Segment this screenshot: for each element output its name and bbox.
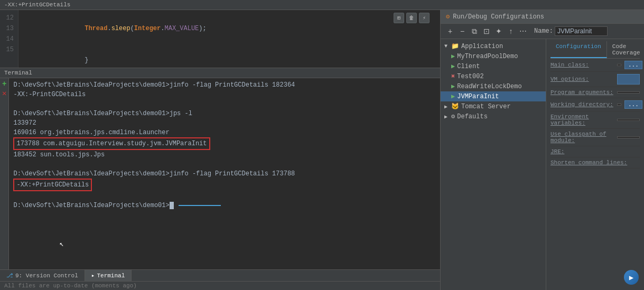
add-config-button[interactable]: +	[445, 26, 455, 36]
main-class-input[interactable]	[617, 64, 621, 66]
tree-item-test002[interactable]: ✖ Test002	[441, 71, 546, 81]
tab-version-control[interactable]: ⎇ 9: Version Control	[0, 270, 85, 281]
working-directory-input[interactable]	[617, 104, 621, 106]
main-class-label[interactable]: Main class:	[550, 62, 614, 68]
tree-item-defaults[interactable]: ▶ ⚙ Defaults	[441, 111, 546, 121]
close-terminal-button[interactable]: ✕	[2, 90, 6, 97]
line-numbers: 12 13 14 15	[0, 10, 18, 68]
tab-terminal[interactable]: ▸ Terminal	[85, 270, 132, 281]
terminal-content[interactable]: D:\devSoft\JetBrains\IdeaProjects\demo01…	[9, 78, 440, 269]
tab-code-coverage-label: Code Coverage	[612, 43, 640, 56]
terminal-line-6: 173788 com.atguigu.Interview.study.jvm.J…	[13, 137, 436, 150]
working-directory-browse-button[interactable]: ...	[624, 100, 642, 109]
bottom-tabs: ⎇ 9: Version Control ▸ Terminal	[0, 269, 440, 281]
terminal-side-buttons: + ✕	[0, 78, 9, 269]
run-icon-1: ▶	[451, 52, 455, 60]
terminal-line-2: -XX:-PrintGCDetails	[13, 90, 436, 99]
config-tree: ▼ 📁 Application ▶ MyThreadPoolDemo ▶ Cli…	[441, 39, 546, 290]
title-text: -XX:+PrintGCDetails	[4, 2, 70, 8]
tree-tomcat-label: Tomcat Server	[461, 103, 511, 110]
tab-terminal-label: Terminal	[97, 273, 125, 279]
tab-configuration-label: Configuration	[556, 43, 601, 50]
defaults-icon: ⚙	[451, 113, 455, 120]
more-config-button[interactable]: ⋯	[518, 26, 528, 36]
remove-config-button[interactable]: −	[457, 26, 468, 36]
share-config-button[interactable]: ✦	[493, 26, 504, 36]
field-working-directory: Working directory: ...	[550, 98, 640, 111]
program-arguments-label[interactable]: Program arguments:	[550, 89, 614, 96]
tree-item-jvmparainit[interactable]: ▶ JVMParaInit	[441, 91, 546, 101]
config-detail: Configuration Code Coverage Main class: …	[546, 39, 644, 290]
tab-code-coverage[interactable]: Code Coverage	[607, 41, 644, 58]
toolbar-icon-3[interactable]: ⚡	[419, 13, 430, 23]
tomcat-icon: 🐱	[451, 102, 459, 110]
tree-item-tomcat[interactable]: ▶ 🐱 Tomcat Server	[441, 101, 546, 111]
tree-item-readwritelockdemo[interactable]: ▶ ReadWriteLockDemo	[441, 81, 546, 91]
field-program-arguments: Program arguments:	[550, 87, 640, 98]
highlight-jvm-para: 173788 com.atguigu.Interview.study.jvm.J…	[13, 137, 210, 150]
code-line-12: Thread.sleep(Integer.MAX_VALUE);	[24, 13, 435, 44]
max-value: MAX_VALUE	[164, 25, 199, 32]
cursor-line	[179, 205, 221, 206]
toolbar-icon-2[interactable]: 🗑	[406, 13, 417, 23]
run-debug-panel: ⚙ Run/Debug Configurations + − ⧉ ⊡ ✦ ↑ ⋯…	[441, 10, 644, 290]
program-arguments-input[interactable]	[617, 91, 640, 93]
keyword-thread: Thread	[85, 25, 107, 32]
tree-test002-label: Test002	[457, 73, 483, 80]
highlight-print-gc: -XX:+PrintGCDetails	[13, 179, 92, 191]
terminal-panel: Terminal + ✕ D:\devSoft\JetBrains\IdeaPr…	[0, 68, 440, 290]
terminal-line-10: D:\devSoft\JetBrains\IdeaProjects\demo01…	[13, 201, 436, 210]
field-classpath-module: Use classpath of module:	[550, 129, 640, 146]
terminal-line-9: -XX:+PrintGCDetails	[13, 179, 436, 191]
name-input[interactable]	[555, 26, 608, 36]
title-bar: -XX:+PrintGCDetails	[0, 0, 644, 10]
terminal-line-1: D:\devSoft\JetBrains\IdeaProjects\demo01…	[13, 80, 436, 90]
code-scrollbar-h[interactable]	[0, 68, 440, 68]
field-jre: JRE:	[550, 146, 640, 157]
main-class-browse-button[interactable]: ...	[624, 61, 642, 69]
left-panel: 12 13 14 15 Thread.sleep(Integer.MAX_VAL…	[0, 10, 441, 290]
classpath-module-label[interactable]: Use classpath of module:	[550, 131, 614, 144]
run-icon-2: ▶	[451, 62, 455, 70]
run-debug-body: ▼ 📁 Application ▶ MyThreadPoolDemo ▶ Cli…	[441, 39, 644, 290]
tree-item-mythreadpooldemo[interactable]: ▶ MyThreadPoolDemo	[441, 51, 546, 61]
expand-icon-defaults: ▶	[443, 114, 449, 120]
keyword-integer: Integer	[134, 25, 161, 32]
classpath-module-input[interactable]	[617, 136, 640, 138]
expand-icon: ▼	[443, 43, 449, 49]
tree-defaults-label: Defaults	[457, 113, 488, 120]
run-icon-4: ▶	[451, 92, 455, 100]
vm-options-input[interactable]	[617, 74, 640, 85]
terminal-line-8: D:\devSoft\JetBrains\IdeaProjects\demo01…	[13, 169, 436, 179]
add-terminal-button[interactable]: +	[2, 80, 6, 88]
save-config-button[interactable]: ⊡	[481, 26, 492, 36]
terminal-line-3: D:\devSoft\JetBrains\IdeaProjects\demo01…	[13, 109, 436, 118]
tree-application-label: Application	[461, 43, 503, 50]
field-shorten-command: Shorten command lines:	[550, 157, 640, 169]
terminal-header: Terminal	[0, 68, 440, 78]
copy-config-button[interactable]: ⧉	[469, 26, 480, 36]
run-button[interactable]: ▶	[624, 270, 639, 285]
expand-icon-tomcat: ▶	[443, 104, 449, 110]
move-config-button[interactable]: ↑	[506, 26, 516, 36]
field-environment-variables: Environment variables:	[550, 111, 640, 129]
vm-options-label[interactable]: VM options:	[550, 76, 614, 82]
terminal-main: + ✕ D:\devSoft\JetBrains\IdeaProjects\de…	[0, 78, 440, 269]
run-debug-title: Run/Debug Configurations	[453, 13, 544, 21]
env-variables-label[interactable]: Environment variables:	[550, 114, 614, 126]
shorten-command-label[interactable]: Shorten command lines:	[550, 160, 627, 166]
app-folder-icon: 📁	[451, 42, 459, 50]
field-main-class: Main class: ...	[550, 59, 640, 72]
working-directory-label[interactable]: Working directory:	[550, 101, 614, 108]
terminal-line-7: 183452 sun.tools.jps.Jps	[13, 150, 436, 160]
tree-item-application[interactable]: ▼ 📁 Application	[441, 41, 546, 51]
tree-item-client[interactable]: ▶ Client	[441, 61, 546, 71]
code-lines: 12 13 14 15 Thread.sleep(Integer.MAX_VAL…	[0, 10, 440, 68]
method-sleep: sleep	[111, 25, 130, 32]
terminal-line-spacer1	[13, 99, 436, 109]
tab-configuration[interactable]: Configuration	[550, 41, 607, 58]
terminal-tab-label[interactable]: Terminal	[4, 70, 32, 76]
env-variables-input[interactable]	[617, 119, 640, 121]
toolbar-icon-1[interactable]: ⊞	[394, 13, 404, 23]
jre-label[interactable]: JRE:	[550, 148, 614, 155]
